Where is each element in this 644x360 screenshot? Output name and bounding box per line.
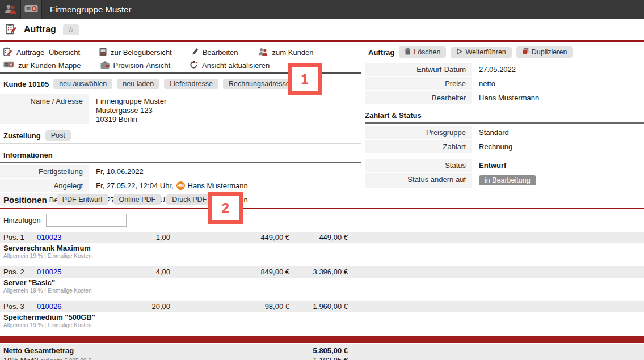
online-pdf-button[interactable]: Online PDF bbox=[113, 194, 162, 205]
vat-label: 19% MwSt auf netto 5.805,00 € bbox=[3, 356, 91, 360]
refresh-view-link[interactable]: Ansicht aktualisieren bbox=[190, 61, 270, 71]
position-item: Pos. 3 010026 20,00 98,00 € 1.960,00 € S… bbox=[0, 301, 644, 329]
name-address-label: Name / Adresse bbox=[0, 94, 89, 124]
position-total: 449,00 € bbox=[281, 233, 348, 242]
vat-value: 1.102,95 € bbox=[281, 356, 348, 360]
tab-customers[interactable] bbox=[0, 0, 21, 19]
tab-customer-folder[interactable] bbox=[21, 0, 42, 19]
page-header: Auftrag ☆ bbox=[0, 19, 644, 40]
position-row: Pos. 2 010025 4,00 849,00 € 3.396,00 € bbox=[0, 266, 644, 278]
draft-date-value: 27.05.2022 bbox=[472, 63, 516, 76]
completion-value: Fr, 10.06.2022 bbox=[89, 165, 144, 178]
window-title: Firmengruppe Muster bbox=[42, 0, 131, 19]
play-icon bbox=[456, 48, 462, 57]
receipts-icon bbox=[99, 48, 107, 58]
billing-address-button[interactable]: Rechnungsadresse bbox=[223, 79, 296, 89]
positions-section: Positionen PDF Entwurf Online PDF Druck … bbox=[0, 191, 644, 360]
completion-label: Fertigstellung bbox=[0, 165, 89, 178]
created-value: Fr, 27.05.22, 12:04 Uhr, HM Hans Musterm… bbox=[89, 179, 248, 192]
draft-date-label: Entwurf-Datum bbox=[365, 63, 472, 76]
position-number: Pos. 3 bbox=[3, 302, 24, 311]
vat-label-text: 19% MwSt bbox=[3, 356, 39, 360]
net-total-label: Netto Gesamtbetrag bbox=[3, 346, 74, 355]
add-position-label: Hinzufügen bbox=[3, 216, 41, 225]
favorite-button[interactable]: ☆ bbox=[63, 24, 79, 35]
status-change-row: Status ändern auf in Bearbeitung bbox=[365, 173, 644, 188]
draft-date-row: Entwurf-Datum 27.05.2022 bbox=[365, 63, 644, 76]
net-total-row: Netto Gesamtbetrag 5.805,00 € bbox=[0, 346, 644, 355]
star-icon: ☆ bbox=[68, 26, 74, 34]
position-quantity: 1,00 bbox=[119, 233, 170, 242]
vat-sublabel: auf netto 5.805,00 € bbox=[41, 358, 91, 360]
delivery-label: Zustellung bbox=[3, 132, 41, 140]
position-item: Pos. 1 010023 1,00 449,00 € 449,00 € Ser… bbox=[0, 232, 644, 260]
position-details: Allgemein 19 % | Einmalige Kosten bbox=[0, 321, 644, 329]
receipts-overview-link[interactable]: zur Belegübersicht bbox=[99, 48, 172, 58]
position-name: Speichermedium "500GB" bbox=[0, 312, 644, 321]
status-in-progress-button[interactable]: in Bearbeitung bbox=[479, 175, 536, 185]
print-pdf-button[interactable]: Druck PDF bbox=[166, 194, 212, 205]
wallet-icon bbox=[100, 61, 110, 71]
orders-overview-icon bbox=[3, 47, 12, 58]
spacer bbox=[365, 154, 644, 159]
price-group-value: Standard bbox=[472, 126, 509, 139]
provision-view-link[interactable]: Provision-Ansicht bbox=[100, 61, 170, 71]
annotation-box-1: 1 bbox=[288, 63, 322, 95]
provision-view-label: Provision-Ansicht bbox=[113, 61, 170, 70]
customer-folder-link[interactable]: zur Kunden-Mappe bbox=[3, 61, 81, 70]
reload-customer-button[interactable]: neu laden bbox=[117, 79, 159, 89]
created-row: Angelegt Fr, 27.05.22, 12:04 Uhr, HM Han… bbox=[0, 179, 361, 192]
price-group-row: Preisgruppe Standard bbox=[365, 126, 644, 139]
information-section-title: Informationen bbox=[0, 147, 361, 163]
select-new-customer-button[interactable]: neu auswählen bbox=[53, 79, 112, 89]
article-number-link[interactable]: 010025 bbox=[37, 268, 61, 276]
topbar: Firmengruppe Muster bbox=[0, 0, 644, 19]
order-panel-title: Auftrag bbox=[368, 48, 394, 57]
vat-row: 19% MwSt auf netto 5.805,00 € 1.102,95 € bbox=[0, 355, 644, 360]
delivery-method-button[interactable]: Post bbox=[45, 130, 71, 141]
position-number: Pos. 1 bbox=[3, 233, 24, 242]
delete-order-label: Löschen bbox=[414, 48, 440, 56]
status-value: Entwurf bbox=[472, 159, 506, 172]
orders-overview-link[interactable]: Aufträge -Übersicht bbox=[3, 47, 80, 58]
position-unit-price: 849,00 € bbox=[224, 268, 289, 276]
position-total: 3.396,00 € bbox=[281, 268, 348, 276]
pdf-draft-button[interactable]: PDF Entwurf bbox=[57, 194, 108, 205]
editor-label: Bearbeiter bbox=[365, 91, 472, 104]
article-number-link[interactable]: 010023 bbox=[37, 233, 61, 242]
refresh-icon bbox=[190, 61, 198, 71]
address-line: Firmengruppe Muster bbox=[96, 97, 166, 106]
duplicate-order-button[interactable]: Duplizieren bbox=[516, 46, 573, 58]
add-position-row: Hinzufügen bbox=[0, 209, 644, 232]
status-change-value: in Bearbeitung bbox=[472, 173, 536, 188]
customer-icon bbox=[258, 47, 268, 58]
name-address-value: Firmengruppe Muster Mustergasse 123 1031… bbox=[89, 94, 166, 126]
receipts-overview-label: zur Belegübersicht bbox=[111, 48, 172, 57]
customer-folder-icon bbox=[3, 61, 14, 70]
annotation-number: 2 bbox=[222, 200, 229, 216]
editor-row: Bearbeiter Hans Mustermann bbox=[365, 91, 644, 104]
add-position-input[interactable] bbox=[46, 214, 127, 227]
position-unit-price: 449,00 € bbox=[224, 233, 289, 242]
totals-block: Netto Gesamtbetrag 5.805,00 € 19% MwSt a… bbox=[0, 343, 644, 360]
status-label: Status bbox=[365, 159, 472, 172]
delivery-address-button[interactable]: Lieferadresse bbox=[164, 79, 218, 89]
payment-type-value: Rechnung bbox=[472, 140, 512, 153]
continue-order-button[interactable]: Weiterführen bbox=[451, 47, 511, 58]
delete-order-button[interactable]: Löschen bbox=[399, 46, 446, 58]
order-clipboard-icon bbox=[6, 23, 17, 36]
price-group-label: Preisgruppe bbox=[365, 126, 472, 139]
edit-link[interactable]: Bearbeiten bbox=[191, 48, 238, 57]
address-line: 10319 Berlin bbox=[96, 115, 166, 124]
user-avatar: HM bbox=[176, 181, 185, 190]
position-row: Pos. 3 010026 20,00 98,00 € 1.960,00 € bbox=[0, 301, 644, 312]
edit-label: Bearbeiten bbox=[203, 48, 238, 57]
article-number-link[interactable]: 010026 bbox=[37, 302, 61, 311]
order-panel-header: Auftrag Löschen bbox=[365, 42, 644, 61]
completion-row: Fertigstellung Fr, 10.06.2022 bbox=[0, 165, 361, 178]
to-customer-link[interactable]: zum Kunden bbox=[258, 47, 314, 58]
customer-folder-icon bbox=[24, 4, 38, 15]
to-customer-label: zum Kunden bbox=[272, 48, 314, 57]
prices-row: Preise netto bbox=[365, 77, 644, 90]
customers-icon bbox=[4, 3, 17, 16]
